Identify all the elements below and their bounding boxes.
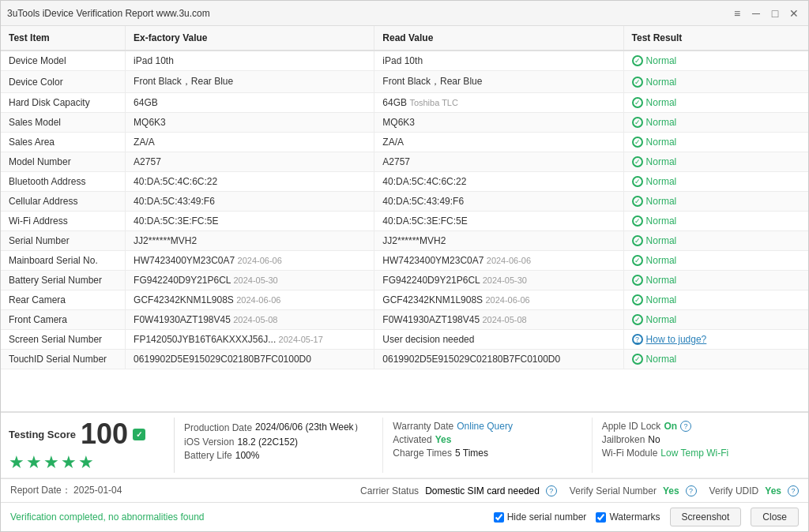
main-content: Test Item Ex-factory Value Read Value Te… <box>1 26 808 531</box>
activated-row: Activated Yes <box>393 434 581 445</box>
hide-serial-checkbox[interactable] <box>494 512 504 523</box>
ex-factory-date: 2024-05-17 <box>279 335 323 344</box>
result-normal: ✓Normal <box>632 77 800 88</box>
ios-label: iOS Version <box>184 436 234 448</box>
cell-read-value: F0W41930AZT198V45 2024-05-08 <box>374 310 623 330</box>
check-icon: ✓ <box>632 196 643 207</box>
result-normal: ✓Normal <box>632 97 800 108</box>
menu-button[interactable]: ≡ <box>729 6 745 21</box>
cell-ex-factory: F0W41930AZT198V45 2024-05-08 <box>126 310 374 330</box>
cell-test-item: Model Number <box>1 152 126 172</box>
score-stars: ★★★★★ <box>9 452 166 473</box>
warranty-value[interactable]: Online Query <box>457 421 513 432</box>
check-icon: ✓ <box>632 354 643 365</box>
col-header-result: Test Result <box>623 26 808 51</box>
hide-serial-checkbox-group[interactable]: Hide serial number <box>494 511 587 523</box>
jailbroken-label: Jailbroken <box>602 434 645 445</box>
apple-id-row: Apple ID Lock On ? <box>602 421 791 432</box>
cell-test-item: Screen Serial Number <box>1 330 126 350</box>
report-date: Report Date： 2025-01-04 <box>10 484 122 497</box>
close-button[interactable]: Close <box>751 508 799 526</box>
result-text: Normal <box>646 117 677 128</box>
check-icon: ✓ <box>632 55 643 66</box>
battery-value: 100% <box>235 450 260 461</box>
carrier-value: Domestic SIM card needed <box>425 485 540 496</box>
info-col-3: Apple ID Lock On ? Jailbroken No Wi-Fi M… <box>593 418 800 473</box>
jailbroken-value: No <box>648 434 660 445</box>
score-panel: Testing Score 100 ✓ ★★★★★ <box>9 418 175 473</box>
table-row: Hard Disk Capacity64GB64GB Toshiba TLC✓N… <box>1 93 808 113</box>
result-normal: ✓Normal <box>632 354 800 365</box>
result-normal: ✓Normal <box>632 235 800 246</box>
score-value: 100 <box>81 418 128 451</box>
result-text: Normal <box>646 275 677 286</box>
cell-result: ✓Normal <box>623 192 808 212</box>
table-row: Mainboard Serial No.HW7423400YM23C0A7 20… <box>1 251 808 271</box>
minimize-button[interactable]: ─ <box>748 6 764 21</box>
verify-udid-value: Yes <box>765 485 781 496</box>
table-container[interactable]: Test Item Ex-factory Value Read Value Te… <box>1 26 808 411</box>
table-row: Serial NumberJJ2******MVH2JJ2******MVH2✓… <box>1 231 808 251</box>
score-label: Testing Score <box>9 429 76 440</box>
table-row: Bluetooth Address40:DA:5C:4C:6C:2240:DA:… <box>1 172 808 192</box>
read-date: 2024-05-30 <box>483 275 527 285</box>
watermarks-checkbox[interactable] <box>596 512 606 523</box>
result-normal: ✓Normal <box>632 255 800 266</box>
cell-result: ✓Normal <box>623 251 808 271</box>
check-icon: ✓ <box>632 117 643 128</box>
result-query[interactable]: ?How to judge? <box>632 334 800 345</box>
ex-factory-date: 2024-05-08 <box>233 315 277 324</box>
result-normal: ✓Normal <box>632 314 800 325</box>
check-icon: ? <box>632 334 643 345</box>
ios-value: 18.2 (22C152) <box>237 436 298 448</box>
result-normal: ✓Normal <box>632 294 800 305</box>
ex-factory-value: GCF42342KNM1L908S <box>134 294 234 305</box>
footer-section: Testing Score 100 ✓ ★★★★★ Production Dat… <box>1 411 808 502</box>
info-col-2: Warranty Date Online Query Activated Yes… <box>383 418 592 473</box>
close-window-button[interactable]: ✕ <box>786 6 802 21</box>
col-header-test-item: Test Item <box>1 26 126 51</box>
cell-read-value: MQ6K3 <box>374 113 623 133</box>
cell-test-item: Device Model <box>1 51 126 71</box>
table-row: Device ColorFront Black，Rear BlueFront B… <box>1 71 808 93</box>
apple-id-help-icon[interactable]: ? <box>680 421 691 432</box>
table-row: Device ModeliPad 10thiPad 10th✓Normal <box>1 51 808 71</box>
table-row: Screen Serial NumberFP142050JYB16T6AKXXX… <box>1 330 808 350</box>
result-text[interactable]: How to judge? <box>646 334 707 345</box>
check-icon: ✓ <box>632 235 643 246</box>
result-text: Normal <box>646 77 677 88</box>
carrier-row: Carrier Status Domestic SIM card needed … <box>360 485 557 496</box>
verify-serial-row: Verify Serial Number Yes ? <box>570 485 697 496</box>
bottom-bar: Report Date： 2025-01-04 Carrier Status D… <box>1 478 808 502</box>
watermarks-label: Watermarks <box>609 511 660 523</box>
cell-ex-factory: MQ6K3 <box>126 113 374 133</box>
carrier-help-icon[interactable]: ? <box>546 485 557 496</box>
cell-test-item: Serial Number <box>1 231 126 251</box>
screenshot-button[interactable]: Screenshot <box>670 508 742 526</box>
read-value: F0W41930AZT198V45 <box>382 314 480 325</box>
verify-udid-help-icon[interactable]: ? <box>788 485 799 496</box>
verify-serial-help-icon[interactable]: ? <box>686 485 697 496</box>
verify-serial-value: Yes <box>663 485 679 496</box>
check-icon: ✓ <box>632 77 643 88</box>
wifi-module-label: Wi-Fi Module <box>602 448 658 459</box>
cell-ex-factory: GCF42342KNM1L908S 2024-06-06 <box>126 290 374 310</box>
activated-label: Activated <box>393 434 431 445</box>
maximize-button[interactable]: □ <box>767 6 783 21</box>
check-icon: ✓ <box>632 176 643 187</box>
verification-table: Test Item Ex-factory Value Read Value Te… <box>1 26 808 369</box>
result-normal: ✓Normal <box>632 215 800 227</box>
prod-date-value: 2024/06/06 (23th Week） <box>255 421 363 434</box>
check-icon: ✓ <box>632 137 643 148</box>
jailbroken-row: Jailbroken No <box>602 434 791 445</box>
table-body: Device ModeliPad 10thiPad 10th✓NormalDev… <box>1 51 808 369</box>
cell-read-value: 40:DA:5C:43:49:F6 <box>374 192 623 212</box>
table-row: Battery Serial NumberFG942240D9Y21P6CL 2… <box>1 271 808 290</box>
result-text: Normal <box>646 196 677 207</box>
cell-result: ✓Normal <box>623 172 808 192</box>
main-window: 3uTools iDevice Verification Report www.… <box>0 0 809 532</box>
cell-test-item: TouchID Serial Number <box>1 350 126 369</box>
cell-ex-factory: FP142050JYB16T6AKXXXJ56J... 2024-05-17 <box>126 330 374 350</box>
watermarks-checkbox-group[interactable]: Watermarks <box>596 511 660 523</box>
ex-factory-value: F0W41930AZT198V45 <box>134 314 231 325</box>
